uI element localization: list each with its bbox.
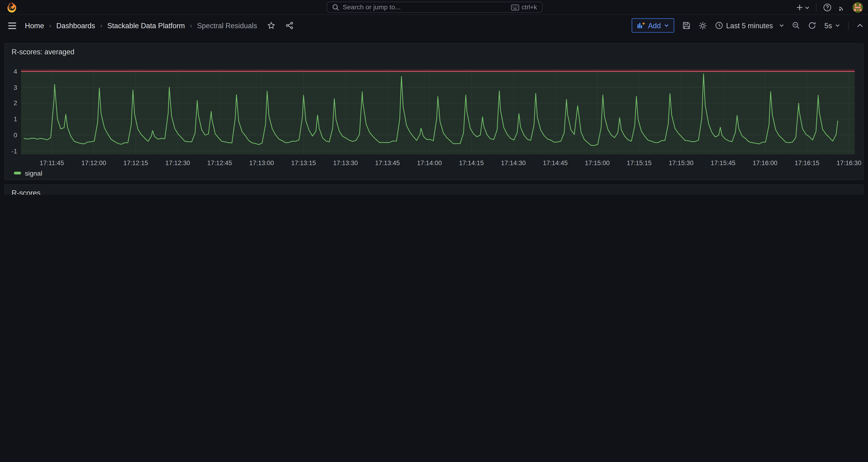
breadcrumb-folder[interactable]: Stackable Data Platform — [107, 21, 185, 30]
breadcrumb-separator: › — [100, 22, 102, 29]
x-axis-label: 17:14:00 — [410, 159, 448, 166]
share-icon[interactable] — [286, 22, 293, 29]
zoom-out-button[interactable] — [792, 22, 800, 29]
time-range-picker[interactable]: Last 5 minutes — [715, 21, 784, 30]
timeseries-chart-averaged[interactable]: 43210-117:11:4517:12:0017:12:1517:12:301… — [5, 44, 863, 180]
divider — [816, 3, 816, 12]
x-axis-label: 17:14:30 — [495, 159, 532, 166]
y-axis-label: 3 — [5, 84, 17, 91]
x-axis-label: 17:15:30 — [662, 159, 700, 166]
search-icon — [332, 3, 339, 11]
add-panel-button[interactable]: Add — [631, 18, 674, 33]
chevron-down-icon — [664, 24, 669, 27]
x-axis-label: 17:15:00 — [579, 159, 616, 166]
keyboard-icon — [511, 4, 520, 10]
mega-menu-button[interactable] — [8, 22, 17, 29]
save-dashboard-button[interactable] — [682, 22, 690, 29]
x-axis-label: 17:16:15 — [788, 159, 826, 166]
x-axis-label: 17:14:15 — [453, 159, 490, 166]
x-axis-label: 17:13:00 — [243, 159, 280, 166]
breadcrumb-dashboards[interactable]: Dashboards — [56, 21, 95, 30]
x-axis-label: 17:13:15 — [285, 159, 322, 166]
divider — [848, 21, 849, 30]
y-axis-label: 4 — [5, 68, 17, 75]
y-axis-label: 1 — [5, 115, 17, 123]
breadcrumb-separator: › — [190, 22, 192, 29]
y-axis-label: -1 — [5, 147, 17, 155]
legend-label: signal — [25, 169, 42, 177]
x-axis-label: 17:11:45 — [33, 159, 70, 166]
user-avatar[interactable] — [852, 2, 863, 12]
breadcrumb-current: Spectral Residuals — [197, 21, 257, 30]
help-button[interactable] — [823, 3, 832, 12]
clock-icon — [715, 22, 723, 29]
dashboard-toolbar: Home › Dashboards › Stackable Data Platf… — [0, 15, 868, 36]
panel-title[interactable]: R-scores — [12, 189, 40, 195]
y-axis-label: 2 — [5, 99, 17, 107]
panel-rscores-averaged: R-scores: averaged 43210-117:11:4517:12:… — [4, 43, 864, 180]
legend-swatch — [14, 172, 21, 175]
dashboard-settings-button[interactable] — [699, 21, 707, 30]
chevron-up-icon — [857, 23, 863, 28]
x-axis-label: 17:12:45 — [201, 159, 238, 166]
x-axis-label: 17:15:45 — [704, 159, 742, 166]
x-axis-label: 17:13:45 — [369, 159, 406, 166]
chevron-down-icon — [835, 24, 840, 27]
news-button[interactable] — [838, 3, 846, 11]
timeseries-chart-rscores[interactable]: 12.5107.552.50-2.517:11:4517:12:0017:12:… — [5, 185, 863, 195]
grafana-dashboard: Search or jump to... ctrl+k — [0, 0, 868, 195]
search-placeholder: Search or jump to... — [343, 3, 508, 11]
x-axis-label: 17:16:00 — [746, 159, 784, 166]
y-axis-label: 0 — [5, 131, 17, 139]
grafana-logo-icon[interactable] — [6, 2, 18, 13]
shortcut-hint: ctrl+k — [511, 4, 537, 10]
breadcrumb: Home › Dashboards › Stackable Data Platf… — [25, 21, 293, 30]
x-axis-label: 17:12:15 — [117, 159, 154, 166]
topbar-actions — [796, 0, 863, 15]
collapse-toolbar-button[interactable] — [857, 23, 863, 28]
add-panel-icon — [637, 22, 645, 29]
refresh-interval-picker[interactable]: 5s — [825, 21, 840, 30]
top-nav-bar: Search or jump to... ctrl+k — [0, 0, 868, 15]
panel-title[interactable]: R-scores: averaged — [12, 48, 74, 56]
breadcrumb-home[interactable]: Home — [25, 21, 44, 30]
favorite-star-icon[interactable] — [268, 22, 275, 29]
x-axis-label: 17:16:30 — [830, 159, 864, 166]
refresh-button[interactable] — [808, 22, 816, 29]
x-axis-label: 17:12:30 — [159, 159, 196, 166]
chevron-down-icon — [780, 24, 784, 27]
toolbar-actions: Add Last 5 minutes — [631, 15, 863, 36]
panel-rscores: R-scores 12.5107.552.50-2.517:11:4517:12… — [4, 184, 864, 195]
chevron-down-icon — [805, 6, 809, 9]
new-menu-button[interactable] — [796, 4, 809, 11]
x-axis-label: 17:12:00 — [75, 159, 113, 166]
legend: signal — [14, 169, 859, 177]
search-input[interactable]: Search or jump to... ctrl+k — [327, 2, 542, 12]
x-axis-label: 17:15:15 — [620, 159, 658, 166]
breadcrumb-separator: › — [49, 22, 51, 29]
legend-item[interactable]: signal — [14, 169, 42, 177]
x-axis-label: 17:13:30 — [327, 159, 364, 166]
x-axis-label: 17:14:45 — [536, 159, 574, 166]
